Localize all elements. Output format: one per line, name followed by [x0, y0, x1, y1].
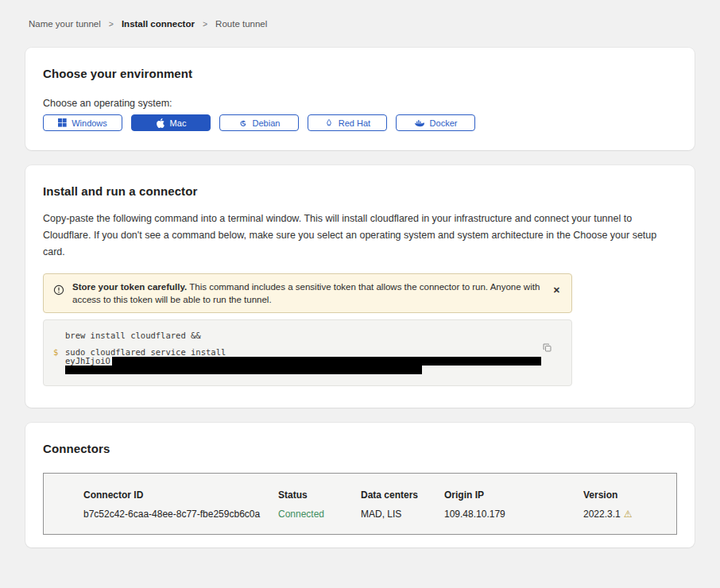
os-button-mac[interactable]: Mac [131, 114, 211, 131]
os-button-label: Docker [430, 118, 458, 128]
connectors-card-title: Connectors [43, 442, 677, 455]
code-command: sudo cloudflared service install eyJhIjo… [65, 347, 541, 374]
debian-icon [238, 118, 248, 128]
close-icon[interactable]: ✕ [553, 286, 560, 295]
code-token-line: eyJhIjoiO [65, 357, 541, 366]
breadcrumb-separator: > [203, 19, 207, 29]
apple-icon [156, 118, 165, 128]
status-badge: Connected [278, 509, 361, 520]
cell-version: 2022.3.1⚠ [583, 509, 668, 520]
page: Name your tunnel > Install connector > R… [0, 0, 720, 547]
connectors-table: Connector ID Status Data centers Origin … [43, 473, 677, 535]
code-line-1: brew install cloudflared && [65, 331, 536, 340]
environment-card: Choose your environment Choose an operat… [25, 48, 695, 150]
os-button-label: Debian [253, 118, 281, 128]
col-header-status: Status [278, 489, 361, 501]
os-button-debian[interactable]: Debian [219, 114, 299, 131]
token-warning-banner: Store your token carefully. This command… [43, 273, 572, 313]
install-description: Copy-paste the following command into a … [43, 211, 677, 261]
os-button-group: Windows Mac Debian Red Hat [43, 114, 677, 131]
breadcrumb-step-route-tunnel[interactable]: Route tunnel [215, 19, 267, 29]
os-select-label: Choose an operating system: [43, 98, 677, 109]
os-button-redhat[interactable]: Red Hat [308, 114, 387, 131]
os-button-label: Windows [72, 118, 107, 128]
cell-connector-id: b7c52c42-6caa-48ee-8c77-fbe259cb6c0a [83, 509, 278, 520]
docker-icon [414, 118, 425, 128]
breadcrumb-step-install-connector[interactable]: Install connector [122, 19, 195, 29]
cell-data-centers: MAD, LIS [361, 509, 444, 520]
copy-icon[interactable] [542, 342, 552, 355]
alert-circle-icon [53, 284, 64, 299]
redacted-token-bar [112, 357, 541, 366]
os-button-windows[interactable]: Windows [43, 114, 122, 131]
os-button-label: Red Hat [339, 118, 370, 128]
install-card-title: Install and run a connector [43, 184, 677, 198]
breadcrumb-separator: > [109, 19, 114, 29]
token-warning-title: Store your token carefully. [72, 282, 187, 292]
redacted-token-bar [65, 366, 422, 374]
breadcrumb: Name your tunnel > Install connector > R… [29, 19, 691, 29]
token-warning-text: Store your token carefully. This command… [72, 280, 545, 306]
code-token-line-2 [65, 366, 541, 374]
os-button-docker[interactable]: Docker [396, 114, 475, 131]
token-prefix: eyJhIjoiO [65, 357, 110, 366]
col-header-data-centers: Data centers [361, 489, 444, 501]
version-warning-icon: ⚠ [624, 509, 633, 520]
shell-prompt: $ [53, 347, 65, 374]
col-header-version: Version [583, 489, 668, 501]
redhat-icon [324, 118, 334, 128]
version-value: 2022.3.1 [583, 509, 621, 520]
cell-origin-ip: 109.48.10.179 [444, 509, 583, 520]
os-button-label: Mac [170, 118, 187, 128]
connectors-card: Connectors Connector ID Status Data cent… [25, 423, 695, 547]
col-header-origin-ip: Origin IP [444, 489, 583, 501]
environment-card-title: Choose your environment [43, 67, 677, 80]
windows-icon [58, 118, 67, 127]
prompt-spacer [53, 331, 65, 340]
install-command-code-block: brew install cloudflared && $ sudo cloud… [43, 319, 572, 386]
breadcrumb-step-name-your-tunnel[interactable]: Name your tunnel [29, 19, 101, 29]
install-card: Install and run a connector Copy-paste t… [25, 165, 695, 408]
col-header-connector-id: Connector ID [83, 489, 278, 501]
